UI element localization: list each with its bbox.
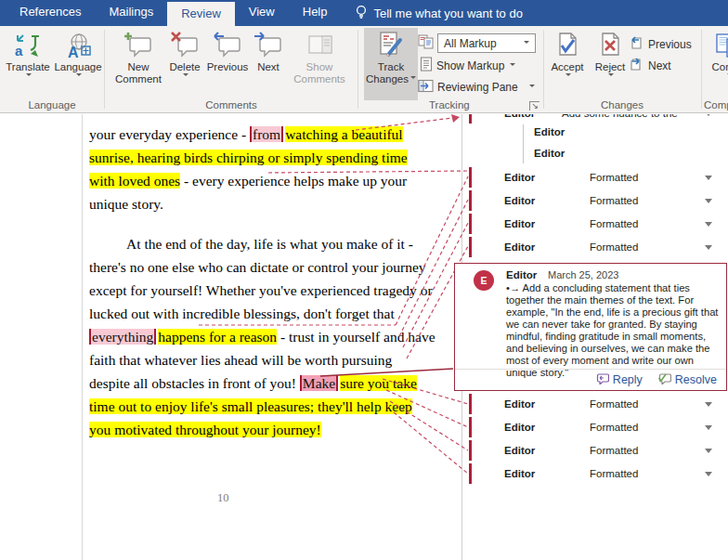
dropdown-icon[interactable] [705, 449, 712, 457]
revision-author: Editor [504, 445, 535, 456]
dropdown-icon[interactable] [705, 114, 712, 120]
document-text-line: despite all obstacles in front of you! M… [89, 371, 457, 395]
tab-help[interactable]: Help [289, 0, 342, 26]
revision-action: Add some nuance to the [562, 114, 678, 119]
language-button[interactable]: A Language [54, 28, 102, 79]
show-comments-icon [306, 30, 333, 61]
resolve-label: Resolve [675, 373, 717, 386]
translate-button[interactable]: a Translate [4, 28, 52, 79]
accept-button[interactable]: Accept [546, 28, 589, 79]
ribbon-group-language: a Translate A [0, 26, 104, 112]
show-markup-button[interactable]: Show Markup [420, 57, 515, 74]
text-segment: unique story. [89, 196, 163, 212]
next-change-icon [630, 57, 644, 74]
comment-date: March 25, 2023 [548, 269, 618, 280]
dropdown-icon[interactable] [705, 425, 712, 434]
tab-references[interactable]: References [6, 0, 95, 26]
previous-comment-label: Previous [207, 61, 249, 73]
next-comment-icon [254, 30, 283, 61]
document-text-line: faith that whatever lies ahead will be w… [89, 348, 457, 371]
document-text-line: unique story. [89, 192, 457, 215]
dropdown-icon[interactable] [705, 245, 712, 254]
previous-change-button[interactable]: Previous [630, 35, 692, 53]
revision-action: Formatted [590, 172, 638, 183]
compare-label: Compa [711, 61, 728, 73]
delete-comment-button[interactable]: Delete [166, 28, 203, 79]
track-changes-button[interactable]: Track Changes [364, 28, 418, 100]
revision-row[interactable]: EditorFormatted [462, 190, 728, 214]
dropdown-icon[interactable] [705, 402, 712, 410]
dropdown-icon[interactable] [705, 176, 712, 184]
accept-icon [554, 30, 580, 61]
tell-me-box[interactable]: Tell me what you want to do [355, 0, 523, 26]
page-left-edge [82, 114, 83, 560]
compare-group-label: Compa [702, 99, 728, 111]
show-comments-label: Show Comments [291, 61, 348, 85]
changes-group-label: Changes [544, 99, 700, 111]
revision-row[interactable]: EditorFormatted [462, 167, 728, 190]
reject-button[interactable]: Reject [591, 28, 630, 79]
svg-text:A: A [68, 45, 79, 59]
display-for-review-select[interactable]: All Markup [437, 33, 536, 53]
document-text-line: you motivated throughout your journey! [89, 418, 457, 441]
revision-row[interactable]: EditorFormatted [462, 463, 728, 487]
new-comment-button[interactable]: New Comment [112, 28, 164, 85]
dropdown-icon[interactable] [705, 472, 712, 480]
comment-author: Editor [506, 269, 537, 280]
revision-action: Formatted [590, 195, 638, 206]
revision-row[interactable]: EditorFormatted [462, 394, 728, 417]
document-text-line: everythinghappens for a reason - trust i… [89, 325, 457, 348]
comment-reply-row[interactable]: Editor [534, 148, 565, 159]
text-segment: except for yourself! Whether you've expe… [89, 282, 433, 298]
language-group-label: Language [0, 99, 104, 111]
revision-row-partial[interactable]: Editor Add some nuance to the [462, 114, 728, 126]
comment-reply-row[interactable]: Editor [534, 126, 565, 137]
translate-label: Translate [6, 61, 50, 73]
document-text-line: with loved ones - every experience helps… [89, 169, 457, 192]
dropdown-icon[interactable] [705, 199, 712, 207]
reviewing-pane-icon [418, 79, 434, 96]
reply-button[interactable]: Reply [595, 372, 643, 387]
chevron-down-icon [566, 73, 571, 79]
comment-divider [455, 369, 726, 370]
next-comment-button[interactable]: Next [252, 28, 285, 73]
document-text-line: At the end of the day, life is what you … [89, 232, 457, 255]
document-text-line: time out to enjoy life's small pleasures… [89, 395, 457, 418]
dropdown-icon[interactable] [705, 222, 712, 230]
resolve-button[interactable]: Resolve [657, 372, 717, 387]
comment-card[interactable]: E Editor March 25, 2023 •→ Add a conclud… [454, 263, 727, 391]
revision-row[interactable]: EditorFormatted [462, 237, 728, 260]
revision-row[interactable]: EditorFormatted [462, 214, 728, 237]
revision-action: Formatted [590, 218, 638, 229]
highlighted-text-segment: watching a beautiful [285, 126, 403, 142]
text-segment: - trust in yourself and have [277, 329, 435, 345]
document-page[interactable]: your everyday experience - fromwatching … [89, 123, 457, 441]
revision-author: Editor [504, 172, 535, 183]
revision-author: Editor [504, 114, 535, 119]
ribbon-group-tracking: Track Changes All Markup [358, 26, 542, 112]
document-text-line: your everyday experience - fromwatching … [89, 123, 457, 146]
word-review-window: References Mailings Review View Help Tel… [0, 0, 728, 560]
revision-author: Editor [504, 218, 535, 229]
comments-group-label: Comments [105, 99, 358, 111]
chevron-down-icon [529, 85, 535, 90]
reviewing-pane-button[interactable]: Reviewing Pane [418, 79, 535, 96]
revision-row[interactable]: EditorFormatted [462, 440, 728, 463]
revision-action: Formatted [590, 422, 638, 433]
tab-mailings[interactable]: Mailings [95, 0, 167, 26]
previous-comment-button[interactable]: Previous [205, 28, 250, 73]
revision-author: Editor [504, 422, 535, 433]
delete-comment-icon [170, 30, 200, 61]
show-comments-button[interactable]: Show Comments [291, 28, 348, 85]
revision-row[interactable]: EditorFormatted [462, 417, 728, 440]
previous-change-label: Previous [648, 38, 692, 51]
ribbon-group-compare: Compa Compa [702, 26, 728, 112]
reject-icon [597, 30, 623, 61]
ribbon-group-changes: Accept Reject [544, 26, 700, 112]
next-change-button[interactable]: Next [630, 57, 671, 74]
tab-review[interactable]: Review [167, 2, 235, 26]
compare-button[interactable]: Compa [704, 28, 728, 79]
revision-action: Formatted [590, 468, 638, 479]
tab-view[interactable]: View [235, 0, 289, 26]
tracking-dialog-launcher-icon[interactable]: ↘ [529, 101, 540, 111]
